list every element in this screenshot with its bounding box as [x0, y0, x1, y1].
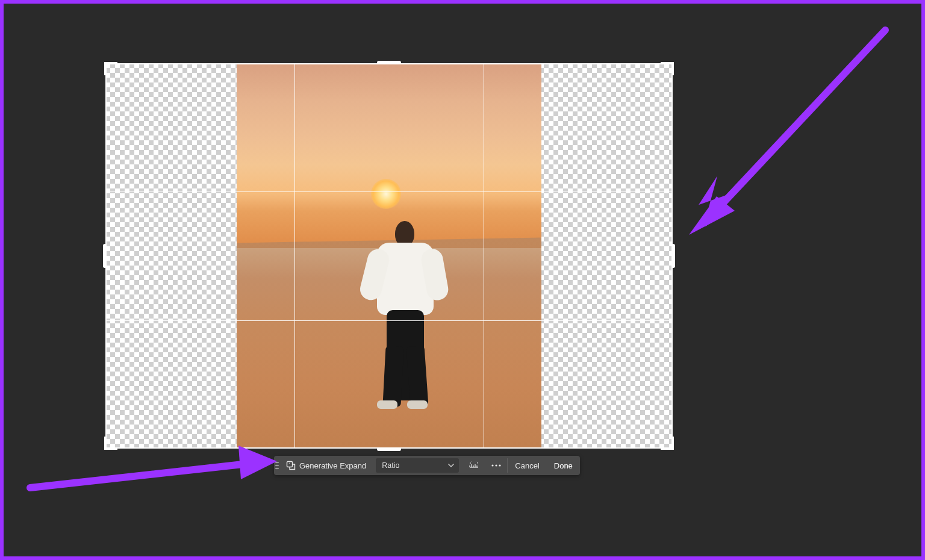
- done-button-label: Done: [554, 461, 573, 470]
- svg-marker-14: [238, 446, 277, 479]
- svg-marker-12: [689, 196, 735, 235]
- more-options-button[interactable]: [485, 456, 507, 475]
- svg-point-9: [499, 464, 501, 466]
- svg-marker-11: [696, 174, 733, 226]
- done-button[interactable]: Done: [547, 456, 580, 475]
- svg-point-5: [277, 468, 278, 469]
- svg-point-8: [496, 464, 497, 466]
- chevron-down-icon: [448, 462, 454, 468]
- svg-point-2: [275, 468, 276, 469]
- crop-handle-bottom-right[interactable]: [661, 437, 674, 450]
- image-content: [237, 63, 541, 449]
- ratio-dropdown[interactable]: Ratio: [376, 458, 459, 473]
- generative-expand-label: Generative Expand: [299, 461, 366, 470]
- toolbar-drag-handle-icon[interactable]: [274, 456, 280, 475]
- crop-handle-bottom-left[interactable]: [104, 437, 117, 450]
- annotation-arrow-to-crop-edge: [668, 18, 897, 247]
- generative-expand-button[interactable]: Generative Expand: [280, 456, 372, 475]
- crop-context-toolbar: Generative Expand Ratio Cancel Done: [274, 456, 580, 475]
- cancel-button-label: Cancel: [515, 461, 539, 470]
- straighten-button[interactable]: [462, 456, 485, 475]
- crop-handle-left[interactable]: [103, 244, 107, 268]
- svg-point-4: [277, 465, 278, 466]
- annotation-arrow-to-generative-expand: [24, 440, 283, 500]
- cancel-button[interactable]: Cancel: [508, 456, 546, 475]
- crop-handle-top-right[interactable]: [661, 62, 674, 75]
- svg-point-0: [275, 462, 276, 463]
- crop-handle-top-left[interactable]: [104, 62, 117, 75]
- generative-expand-icon: [286, 461, 296, 470]
- svg-point-7: [492, 464, 494, 466]
- svg-point-3: [277, 462, 278, 463]
- svg-rect-6: [287, 462, 293, 467]
- svg-line-10: [705, 30, 885, 223]
- crop-handle-right[interactable]: [671, 244, 675, 268]
- svg-line-13: [30, 462, 259, 488]
- straighten-icon: [469, 461, 479, 470]
- more-horizontal-icon: [491, 464, 501, 467]
- crop-handle-top[interactable]: [377, 61, 401, 64]
- crop-canvas[interactable]: [105, 63, 673, 449]
- svg-point-1: [275, 465, 276, 466]
- ratio-dropdown-label: Ratio: [382, 461, 399, 470]
- crop-handle-bottom[interactable]: [377, 447, 401, 451]
